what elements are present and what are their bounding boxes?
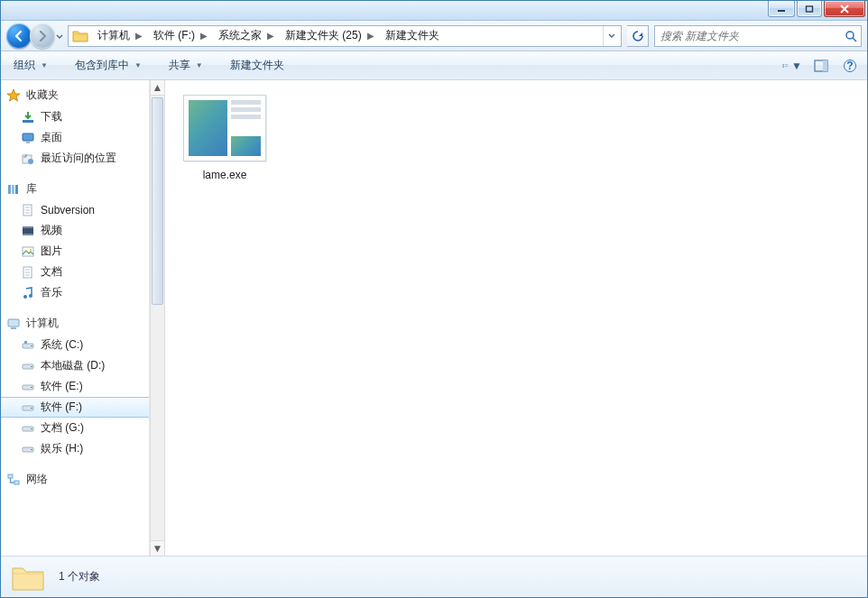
drive-icon: [21, 400, 35, 415]
sidebar-item-music[interactable]: 音乐: [1, 282, 149, 303]
sidebar-group-computer: 计算机 系统 (C:) 本地磁盘 (D:) 软件 (E:) 软件 (F:): [1, 314, 149, 459]
titlebar: [1, 1, 867, 21]
address-bar[interactable]: 计算机 ▶ 软件 (F:) ▶ 系统之家 ▶ 新建文件夹 (25) ▶ 新建文件…: [68, 25, 622, 47]
toolbar: 组织 ▼ 包含到库中 ▼ 共享 ▼ 新建文件夹 ▼: [1, 51, 867, 80]
chevron-down-icon: ▼: [791, 60, 802, 72]
file-list[interactable]: lame.exe: [165, 80, 867, 556]
navigation-pane[interactable]: 收藏夹 下载 桌面 最近访问的位置 库: [1, 80, 150, 556]
sidebar-heading-label: 计算机: [26, 316, 59, 331]
sidebar-item-downloads[interactable]: 下载: [1, 106, 149, 127]
address-history-dropdown[interactable]: [603, 26, 619, 46]
drive-icon: [21, 442, 35, 456]
sidebar-heading-network[interactable]: 网络: [1, 470, 149, 491]
sidebar-item-drive-f[interactable]: 软件 (F:): [1, 397, 149, 418]
folder-icon: [72, 29, 88, 43]
svg-rect-4: [785, 64, 789, 65]
svg-point-24: [30, 248, 32, 250]
svg-point-15: [28, 159, 33, 164]
search-box[interactable]: [654, 25, 862, 47]
sidebar-item-desktop[interactable]: 桌面: [1, 127, 149, 148]
sidebar-item-label: 图片: [41, 244, 62, 259]
sidebar-item-drive-h[interactable]: 娱乐 (H:): [1, 438, 149, 459]
search-icon: [845, 30, 857, 42]
svg-point-27: [29, 294, 32, 298]
sidebar-item-pictures[interactable]: 图片: [1, 241, 149, 262]
minimize-button[interactable]: [768, 1, 795, 17]
chevron-right-icon: ▶: [135, 31, 143, 41]
share-menu[interactable]: 共享 ▼: [163, 55, 208, 77]
drive-icon: [21, 380, 35, 394]
organize-menu[interactable]: 组织 ▼: [8, 55, 53, 77]
scroll-down-button[interactable]: ▼: [151, 540, 164, 556]
drive-icon: [21, 338, 35, 353]
sidebar-item-drive-e[interactable]: 软件 (E:): [1, 376, 149, 397]
recent-icon: [21, 152, 35, 166]
svg-rect-18: [15, 185, 18, 194]
include-in-library-menu[interactable]: 包含到库中 ▼: [69, 55, 147, 77]
breadcrumb[interactable]: 新建文件夹: [380, 26, 445, 46]
document-icon: [21, 265, 35, 280]
sidebar-heading-label: 网络: [26, 472, 48, 487]
file-name: lame.exe: [180, 169, 270, 181]
arrow-left-icon: [13, 30, 25, 42]
file-item[interactable]: lame.exe: [180, 95, 270, 181]
svg-rect-32: [24, 341, 27, 344]
chevron-right-icon: ▶: [267, 31, 274, 41]
view-options-button[interactable]: ▼: [782, 56, 802, 76]
svg-rect-11: [23, 120, 33, 123]
search-input[interactable]: [659, 29, 845, 43]
back-button[interactable]: [6, 23, 32, 49]
sidebar-item-videos[interactable]: 视频: [1, 220, 149, 241]
maximize-button[interactable]: [797, 1, 822, 17]
chevron-right-icon: ▶: [200, 31, 208, 41]
scroll-up-button[interactable]: ▲: [151, 80, 164, 96]
sidebar-item-drive-c[interactable]: 系统 (C:): [1, 335, 149, 355]
preview-pane-button[interactable]: [811, 56, 831, 76]
svg-rect-20: [23, 227, 33, 235]
sidebar-heading-computer[interactable]: 计算机: [1, 314, 149, 335]
svg-rect-38: [31, 408, 32, 409]
address-row: 计算机 ▶ 软件 (F:) ▶ 系统之家 ▶ 新建文件夹 (25) ▶ 新建文件…: [1, 21, 867, 51]
sidebar-item-label: 下载: [41, 109, 62, 124]
breadcrumb[interactable]: 新建文件夹 (25) ▶: [280, 26, 380, 46]
sidebar-item-drive-g[interactable]: 文档 (G:): [1, 418, 149, 438]
toolbar-label: 新建文件夹: [230, 58, 284, 73]
svg-rect-34: [31, 366, 32, 367]
sidebar-heading-libraries[interactable]: 库: [1, 179, 149, 200]
status-text: 1 个对象: [59, 569, 100, 584]
sidebar-item-documents[interactable]: 文档: [1, 262, 149, 282]
svg-rect-3: [782, 64, 784, 66]
sidebar-scrollbar[interactable]: ▲ ▼: [150, 80, 165, 556]
new-folder-button[interactable]: 新建文件夹: [225, 55, 290, 77]
refresh-button[interactable]: [627, 25, 649, 47]
sidebar-item-label: 系统 (C:): [41, 337, 83, 353]
chevron-down-icon: ▼: [41, 61, 48, 69]
sidebar-group-libraries: 库 Subversion 视频 图片 文档: [1, 179, 149, 303]
breadcrumb[interactable]: 软件 (F:) ▶: [148, 26, 213, 46]
breadcrumb[interactable]: 计算机 ▶: [92, 26, 148, 46]
refresh-icon: [632, 30, 644, 42]
chevron-down-icon: ▼: [134, 61, 142, 69]
svg-rect-40: [31, 428, 32, 429]
scroll-thumb[interactable]: [152, 97, 163, 305]
music-icon: [21, 286, 35, 300]
sidebar-item-subversion[interactable]: Subversion: [1, 200, 149, 220]
breadcrumb-label: 计算机: [97, 28, 130, 43]
help-button[interactable]: ?: [840, 56, 860, 76]
file-icon: [21, 203, 35, 217]
close-button[interactable]: [824, 1, 865, 17]
sidebar-item-label: Subversion: [41, 204, 95, 216]
svg-rect-8: [823, 60, 827, 71]
chevron-down-icon: ▼: [196, 61, 203, 69]
view-icon: [782, 60, 789, 72]
sidebar-item-drive-d[interactable]: 本地磁盘 (D:): [1, 355, 149, 376]
toolbar-right: ▼ ?: [782, 56, 860, 76]
forward-button[interactable]: [30, 23, 55, 49]
nav-history-dropdown[interactable]: [55, 31, 64, 43]
sidebar-heading-label: 收藏夹: [26, 87, 59, 103]
sidebar-item-recent[interactable]: 最近访问的位置: [1, 148, 149, 169]
chevron-right-icon: ▶: [367, 31, 374, 41]
sidebar-heading-favorites[interactable]: 收藏夹: [1, 86, 149, 106]
breadcrumb[interactable]: 系统之家 ▶: [213, 26, 280, 46]
svg-rect-28: [8, 319, 19, 327]
